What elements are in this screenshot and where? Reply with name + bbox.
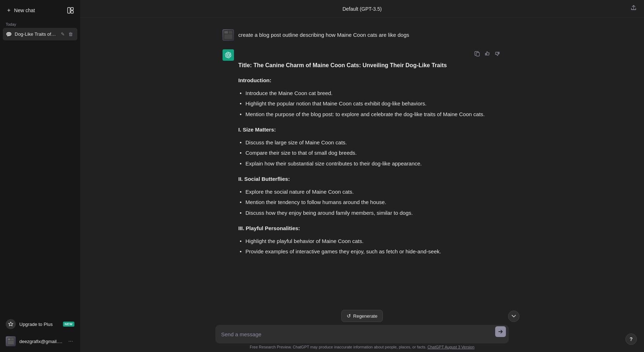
header: Default (GPT-3.5) bbox=[80, 0, 644, 18]
upgrade-button[interactable]: Upgrade to Plus NEW bbox=[3, 316, 77, 332]
plus-icon: + bbox=[7, 7, 10, 14]
chat-item-actions: ✎ 🗑 bbox=[59, 31, 74, 38]
user-menu-button[interactable]: ··· bbox=[67, 337, 74, 345]
response-text: Title: The Canine Charm of Maine Coon Ca… bbox=[238, 60, 502, 257]
svg-rect-9 bbox=[229, 31, 232, 34]
thumbup-button[interactable] bbox=[483, 49, 492, 59]
section-0-list: Introduce the Maine Coon cat breed. High… bbox=[238, 88, 502, 120]
thumbup-icon bbox=[484, 51, 490, 56]
svg-rect-0 bbox=[68, 8, 70, 13]
footer: Free Research Preview. ChatGPT may produ… bbox=[80, 343, 644, 352]
user-message-text: create a blog post outline describing ho… bbox=[238, 29, 409, 39]
messages-container: create a blog post outline describing ho… bbox=[80, 18, 644, 310]
main-content: Default (GPT-3.5) bbox=[80, 0, 644, 352]
svg-rect-5 bbox=[11, 338, 14, 340]
section-heading-1: I. Size Matters: bbox=[238, 125, 502, 134]
svg-rect-6 bbox=[8, 341, 14, 344]
share-button[interactable] bbox=[629, 3, 638, 14]
user-message: create a blog post outline describing ho… bbox=[223, 29, 502, 41]
sidebar-bottom: Upgrade to Plus NEW deezgrafix@gmail.com… bbox=[3, 316, 77, 349]
section-3-list: Highlight the playful behavior of Maine … bbox=[238, 236, 502, 257]
sidebar-layout-button[interactable] bbox=[65, 5, 76, 16]
openai-icon bbox=[225, 52, 231, 58]
send-button[interactable] bbox=[495, 326, 506, 337]
upgrade-icon bbox=[6, 319, 16, 329]
user-message-avatar bbox=[223, 29, 234, 41]
regenerate-icon: ↺ bbox=[347, 313, 351, 319]
help-button[interactable]: ? bbox=[625, 333, 637, 345]
section-heading-0: Introduction: bbox=[238, 76, 502, 85]
today-section-label: Today bbox=[3, 19, 77, 28]
assistant-content: Title: The Canine Charm of Maine Coon Ca… bbox=[238, 49, 502, 257]
regenerate-button[interactable]: ↺ Regenerate bbox=[341, 310, 383, 322]
chat-icon: 💬 bbox=[6, 31, 12, 37]
delete-chat-button[interactable]: 🗑 bbox=[67, 31, 74, 38]
chat-item-label: Dog-Like Traits of Main bbox=[15, 31, 57, 37]
svg-rect-11 bbox=[476, 53, 479, 56]
user-row[interactable]: deezgrafix@gmail.com ··· bbox=[3, 333, 77, 349]
thumbdown-icon bbox=[494, 51, 500, 56]
list-item: Provide examples of interactive games th… bbox=[238, 246, 502, 257]
layout-icon bbox=[67, 7, 74, 14]
copy-icon bbox=[474, 51, 480, 56]
user-message-row: create a blog post outline describing ho… bbox=[215, 25, 509, 45]
sidebar-item-chat-1[interactable]: 💬 Dog-Like Traits of Main ✎ 🗑 bbox=[3, 28, 77, 40]
section-1-list: Discuss the large size of Maine Coon cat… bbox=[238, 137, 502, 169]
list-item: Explore the social nature of Maine Coon … bbox=[238, 187, 502, 197]
edit-chat-button[interactable]: ✎ bbox=[59, 31, 66, 38]
regenerate-label: Regenerate bbox=[353, 313, 377, 319]
thumbdown-button[interactable] bbox=[493, 49, 502, 59]
scroll-to-bottom-button[interactable] bbox=[508, 311, 519, 322]
section-heading-2: II. Social Butterflies: bbox=[238, 174, 502, 184]
upgrade-label: Upgrade to Plus bbox=[19, 322, 53, 327]
list-item: Discuss how they enjoy being around fami… bbox=[238, 208, 502, 218]
svg-rect-10 bbox=[224, 34, 232, 39]
footer-disclaimer: Free Research Preview. ChatGPT may produ… bbox=[250, 345, 426, 349]
assistant-message: Title: The Canine Charm of Maine Coon Ca… bbox=[223, 49, 502, 257]
section-2-list: Explore the social nature of Maine Coon … bbox=[238, 187, 502, 218]
svg-rect-4 bbox=[8, 338, 10, 340]
header-title: Default (GPT-3.5) bbox=[342, 6, 382, 12]
svg-rect-2 bbox=[71, 11, 73, 13]
regenerate-area: ↺ Regenerate bbox=[334, 310, 390, 322]
section-heading-3: III. Playful Personalities: bbox=[238, 224, 502, 233]
assistant-actions bbox=[238, 49, 502, 59]
avatar bbox=[6, 336, 16, 346]
list-item: Mention their tendency to follow humans … bbox=[238, 197, 502, 208]
list-item: Mention the purpose of the blog post: to… bbox=[238, 109, 502, 120]
input-container bbox=[215, 325, 509, 343]
user-name: deezgrafix@gmail.com bbox=[19, 339, 63, 344]
new-chat-label: New chat bbox=[14, 8, 35, 13]
list-item: Introduce the Maine Coon cat breed. bbox=[238, 88, 502, 99]
input-wrapper bbox=[208, 325, 516, 343]
list-item: Compare their size to that of small dog … bbox=[238, 148, 502, 158]
svg-rect-1 bbox=[71, 8, 73, 10]
list-item: Highlight the playful behavior of Maine … bbox=[238, 236, 502, 247]
assistant-avatar bbox=[223, 49, 234, 61]
new-badge: NEW bbox=[63, 322, 75, 327]
footer-link[interactable]: ChatGPT August 3 Version bbox=[428, 345, 474, 349]
svg-rect-8 bbox=[224, 31, 228, 34]
sidebar: + New chat Today 💬 Dog-Like Traits of Ma… bbox=[0, 0, 80, 352]
assistant-message-row: Title: The Canine Charm of Maine Coon Ca… bbox=[215, 45, 509, 261]
list-item: Explain how their substantial size contr… bbox=[238, 158, 502, 169]
list-item: Highlight the popular notion that Maine … bbox=[238, 98, 502, 109]
scroll-down-icon bbox=[511, 314, 516, 319]
sidebar-top: + New chat bbox=[3, 3, 77, 18]
list-item: Discuss the large size of Maine Coon cat… bbox=[238, 137, 502, 148]
new-chat-button[interactable]: + New chat bbox=[4, 5, 65, 16]
copy-button[interactable] bbox=[473, 49, 482, 59]
share-icon bbox=[630, 5, 637, 11]
send-icon bbox=[498, 329, 503, 334]
message-input[interactable] bbox=[221, 331, 491, 337]
response-main-title: Title: The Canine Charm of Maine Coon Ca… bbox=[238, 60, 502, 70]
